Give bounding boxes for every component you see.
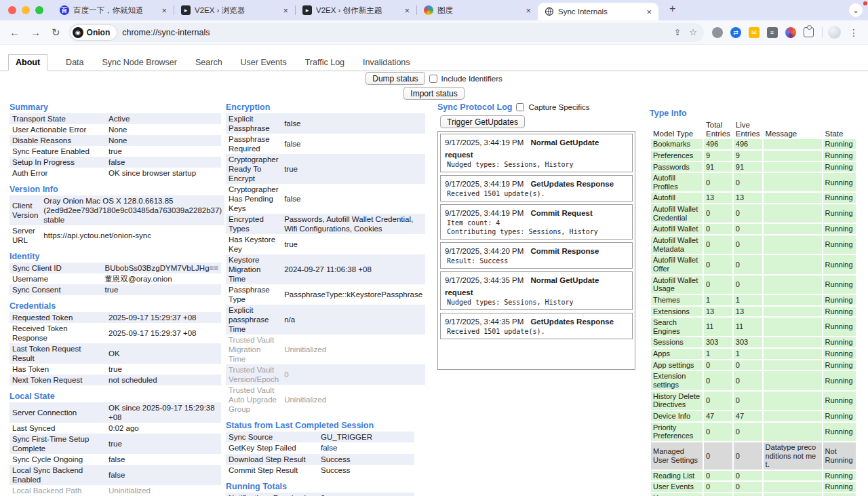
browser-tab[interactable]: 图度× <box>417 0 538 20</box>
live-entries-cell: 1 <box>734 295 762 305</box>
tab-close-icon[interactable]: × <box>645 7 653 16</box>
tab-close-icon[interactable]: × <box>160 6 168 15</box>
kv-value: 2025-09-17 15:29:37 +08 <box>106 323 221 343</box>
sync-extension-icon[interactable]: ⇄ <box>730 27 741 38</box>
model-type-cell: Managed User Settings <box>651 442 703 470</box>
colorful-extension-icon[interactable] <box>785 27 796 38</box>
kv-value: true <box>102 284 222 295</box>
page-tab-bar: AboutDataSync Node BrowserSearchUser Eve… <box>0 55 868 71</box>
import-status-button[interactable]: Import status <box>403 87 464 100</box>
page-tab-user-events[interactable]: User Events <box>241 58 287 71</box>
log-entry-header: 9/17/2025, 3:44:19 PMCommit Request <box>445 206 628 218</box>
tab-search-chevron-icon[interactable]: ⌄ <box>849 3 863 17</box>
kv-label: Setup In Progress <box>9 157 106 168</box>
page-tab-invalidations[interactable]: Invalidations <box>363 58 410 71</box>
tab-close-icon[interactable]: × <box>403 6 411 15</box>
total-entries-cell: 0 <box>704 173 732 191</box>
close-window-button[interactable] <box>8 6 16 14</box>
menu-kebab-icon[interactable]: ⋮ <box>846 27 861 38</box>
share-icon[interactable]: ⇪ <box>673 28 681 37</box>
page-tab-data[interactable]: Data <box>66 58 83 71</box>
live-entries-cell: 91 <box>734 162 762 172</box>
new-tab-button[interactable]: + <box>665 3 679 15</box>
live-entries-cell: 0 <box>734 371 762 389</box>
page-tab-traffic-log[interactable]: Traffic Log <box>305 58 344 71</box>
address-bar[interactable]: ◉ Onion chrome://sync-internals ⇪ ☆ <box>68 23 704 42</box>
browser-tab[interactable]: Sync Internals× <box>538 3 658 20</box>
section-summary: SummaryTransport StateActiveUser Actiona… <box>9 102 221 178</box>
kv-value: 0:02 ago <box>106 423 221 434</box>
bookmark-star-icon[interactable]: ☆ <box>689 28 697 37</box>
live-entries-cell: 9 <box>734 151 762 161</box>
kv-value: Passwords, Autofill Wallet Credential, W… <box>281 214 425 234</box>
log-entry: 9/17/2025, 3:44:19 PMGetUpdates Response… <box>440 175 633 202</box>
log-entry-title: GetUpdates Response <box>530 318 614 326</box>
kv-label: Trusted Vault Migration Time <box>226 335 281 364</box>
kv-table-credentials: Requested Token2025-09-17 15:29:37 +08Re… <box>9 312 221 385</box>
kv-row: Encrypted TypesPasswords, Autofill Walle… <box>226 214 425 234</box>
protocol-log-list[interactable]: 9/17/2025, 3:44:19 PMNormal GetUpdate re… <box>437 131 635 370</box>
state-cell: Running <box>823 235 856 254</box>
browser-tab[interactable]: ▸V2EX › 创作新主题× <box>296 0 416 20</box>
model-type-cell: Autofill Profiles <box>651 173 703 191</box>
state-cell: Running <box>823 349 856 359</box>
page-tab-sync-node-browser[interactable]: Sync Node Browser <box>102 58 177 71</box>
tab-title: V2EX › 浏览器 <box>195 5 277 16</box>
reload-button[interactable]: ↻ <box>49 26 63 39</box>
kv-label: Cryptographer Has Pending Keys <box>226 184 281 214</box>
minimize-window-button[interactable] <box>22 6 30 14</box>
type-info-row: Themes11Running <box>651 295 856 305</box>
extensions-puzzle-icon[interactable] <box>804 27 814 37</box>
tab-close-icon[interactable]: × <box>524 6 532 15</box>
server-extension-icon[interactable]: ≡ <box>767 27 778 38</box>
trigger-getupdates-button[interactable]: Trigger GetUpdates <box>440 115 525 128</box>
capture-specifics-checkbox[interactable] <box>516 103 524 111</box>
page-tab-search[interactable]: Search <box>195 58 222 71</box>
globe-extension-icon[interactable] <box>712 27 723 38</box>
back-button[interactable]: ← <box>7 26 22 38</box>
kv-label: Explicit passphrase Time <box>226 305 281 335</box>
kv-row: Transport StateActive <box>9 113 221 124</box>
mail-extension-icon[interactable]: ✉ <box>749 27 760 38</box>
site-info-chip[interactable]: ◉ Onion <box>71 25 117 40</box>
total-entries-cell: 0 <box>704 204 732 223</box>
kv-label: Local Backend Path <box>9 485 106 496</box>
kv-value: PassphraseType::kKeystorePassphrase <box>281 284 425 305</box>
type-info-row: Extensions1313Running <box>651 307 856 317</box>
kv-row: Requested Token2025-09-17 15:29:37 +08 <box>9 312 221 323</box>
kv-label: Trusted Vault Auto Upgrade Group <box>226 385 281 415</box>
kv-table-version-info: Client VersionOray Onion Mac OS X 128.0.… <box>9 195 224 246</box>
live-entries-cell: 0 <box>734 493 762 496</box>
maximize-window-button[interactable] <box>35 6 43 14</box>
message-cell <box>764 411 822 421</box>
live-entries-cell: 0 <box>734 442 762 470</box>
log-entry-detail: Item count: 4 <box>447 218 628 227</box>
message-cell <box>764 151 822 161</box>
browser-tab[interactable]: 百百度一下，你就知道× <box>53 0 174 20</box>
tab-close-icon[interactable]: × <box>281 6 290 15</box>
kv-value: GU_TRIGGER <box>318 432 414 442</box>
kv-table-local-state: Server ConnectionOK since 2025-09-17 15:… <box>9 402 221 496</box>
message-cell <box>764 482 822 492</box>
model-type-cell: Extension settings <box>651 371 703 389</box>
browser-tab[interactable]: ▸V2EX › 浏览器× <box>174 0 295 20</box>
include-identifiers-checkbox[interactable] <box>429 75 437 83</box>
kv-value: Active <box>106 113 221 124</box>
type-info-row: User Events00Running <box>651 482 856 492</box>
message-cell <box>764 193 822 203</box>
kv-row: Has Tokentrue <box>9 364 221 375</box>
forward-button[interactable]: → <box>28 26 43 38</box>
kv-value: OK since browser startup <box>106 168 221 178</box>
model-type-cell: Reading List <box>651 471 703 481</box>
profile-avatar[interactable] <box>828 26 841 39</box>
state-cell: Running <box>823 493 856 496</box>
dump-status-button[interactable]: Dump status <box>366 72 425 85</box>
message-cell <box>764 423 822 441</box>
kv-value: None <box>106 135 221 146</box>
page-tab-about[interactable]: About <box>8 54 47 71</box>
total-entries-cell: 0 <box>704 224 732 234</box>
kv-row: Auth ErrorOK since browser startup <box>9 168 221 178</box>
section-title-running-totals: Running Totals <box>226 482 414 491</box>
type-info-row: Autofill Wallet Usage00Running <box>651 275 856 294</box>
log-entry-time: 9/17/2025, 3:44:19 PM <box>445 180 524 188</box>
